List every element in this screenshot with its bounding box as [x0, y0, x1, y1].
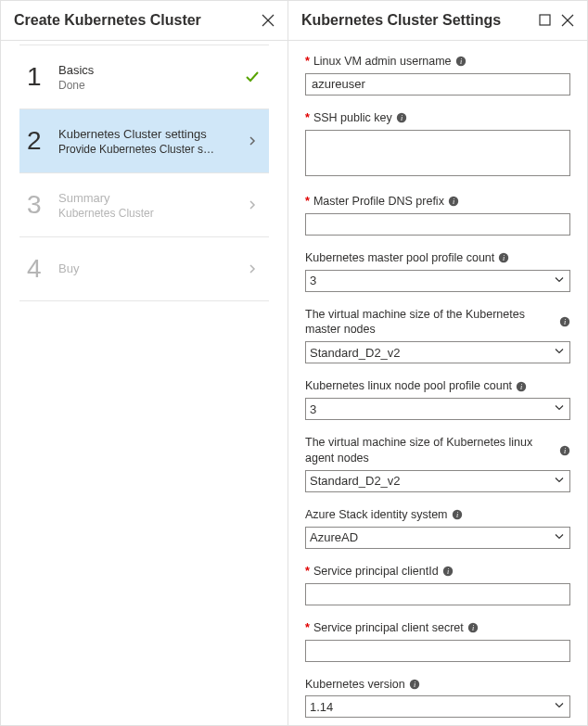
step-subtitle: Kubernetes Cluster [58, 207, 216, 220]
svg-text:i: i [564, 447, 566, 455]
label-text: The virtual machine size of the Kubernet… [305, 307, 556, 338]
info-icon[interactable]: i [452, 509, 463, 520]
left-panel: Create Kubernetes Cluster 1 Basics Done … [1, 1, 288, 725]
svg-text:i: i [414, 681, 415, 689]
svg-text:i: i [401, 114, 403, 122]
step-cluster-settings[interactable]: 2 Kubernetes Cluster settings Provide Ku… [19, 109, 269, 173]
identity-select[interactable]: AzureAD [305, 527, 570, 549]
master-count-select[interactable]: 3 [305, 270, 570, 292]
field-label: The virtual machine size of the Kubernet… [305, 307, 570, 338]
step-basics[interactable]: 1 Basics Done [19, 45, 269, 109]
step-number: 4 [27, 254, 53, 284]
k8s-version-select[interactable]: 1.14 [305, 695, 570, 718]
field-label: * Service principal clientId i [305, 564, 570, 580]
left-panel-header: Create Kubernetes Cluster [1, 1, 288, 41]
label-text: Kubernetes version [305, 677, 405, 693]
field-sp-secret: * Service principal client secret i [305, 620, 570, 662]
step-title: Summary [58, 191, 243, 205]
field-dns-prefix: * Master Profile DNS prefix i [305, 194, 570, 236]
info-icon[interactable]: i [396, 112, 407, 123]
required-indicator: * [305, 194, 310, 210]
node-count-select[interactable]: 3 [305, 398, 570, 420]
step-title: Buy [58, 261, 243, 275]
step-buy[interactable]: 4 Buy [19, 237, 269, 301]
field-node-count: Kubernetes linux node pool profile count… [305, 378, 570, 420]
right-panel-header: Kubernetes Cluster Settings [288, 1, 587, 41]
field-label: Kubernetes version i [305, 677, 570, 693]
field-master-vm-size: The virtual machine size of the Kubernet… [305, 307, 570, 364]
close-icon[interactable] [262, 14, 275, 27]
wizard-container: Create Kubernetes Cluster 1 Basics Done … [0, 0, 588, 726]
label-text: Service principal client secret [313, 620, 464, 636]
info-icon[interactable]: i [409, 679, 420, 690]
step-text: Kubernetes Cluster settings Provide Kube… [53, 127, 243, 156]
ssh-key-input[interactable] [305, 130, 570, 176]
step-title: Basics [58, 63, 243, 77]
info-icon[interactable]: i [559, 316, 570, 327]
field-agent-vm-size: The virtual machine size of Kubernetes l… [305, 435, 570, 492]
info-icon[interactable]: i [467, 622, 479, 633]
label-text: Service principal clientId [313, 564, 439, 580]
sp-client-id-input[interactable] [305, 583, 570, 605]
field-ssh-key: * SSH public key i [305, 110, 570, 179]
field-label: * Service principal client secret i [305, 620, 570, 636]
pin-icon[interactable] [539, 14, 552, 27]
svg-text:i: i [453, 197, 454, 206]
close-icon[interactable] [561, 14, 574, 27]
info-icon[interactable]: i [498, 252, 509, 263]
field-label: Kubernetes linux node pool profile count… [305, 378, 570, 394]
field-master-count: Kubernetes master pool profile count i 3 [305, 250, 570, 292]
step-subtitle: Provide Kubernetes Cluster settin… [58, 143, 216, 156]
settings-form: * Linux VM admin username i * SSH public… [288, 41, 587, 725]
checkmark-icon [243, 70, 262, 84]
field-label: Azure Stack identity system i [305, 507, 570, 523]
master-vm-size-select[interactable]: Standard_D2_v2 [305, 341, 570, 363]
svg-text:i: i [459, 57, 461, 66]
steps-list: 1 Basics Done 2 Kubernetes Cluster setti… [1, 41, 288, 301]
label-text: Azure Stack identity system [305, 507, 448, 523]
field-label: * SSH public key i [305, 110, 570, 126]
svg-text:i: i [447, 567, 449, 576]
field-k8s-version: Kubernetes version i 1.14 [305, 677, 570, 719]
chevron-right-icon [243, 135, 262, 146]
dns-prefix-input[interactable] [305, 213, 570, 236]
right-panel: Kubernetes Cluster Settings * Linux VM a… [288, 1, 587, 725]
svg-text:i: i [520, 383, 522, 391]
label-text: The virtual machine size of Kubernetes l… [305, 435, 556, 466]
label-text: Master Profile DNS prefix [313, 194, 444, 210]
header-icons [539, 14, 574, 27]
svg-rect-2 [540, 15, 550, 25]
step-number: 2 [27, 126, 53, 156]
label-text: Linux VM admin username [313, 54, 452, 70]
step-summary[interactable]: 3 Summary Kubernetes Cluster [19, 173, 269, 237]
required-indicator: * [305, 54, 310, 70]
label-text: Kubernetes linux node pool profile count [305, 378, 512, 394]
info-icon[interactable]: i [455, 56, 467, 67]
info-icon[interactable]: i [516, 381, 527, 392]
svg-text:i: i [503, 254, 505, 262]
svg-text:i: i [455, 511, 457, 519]
svg-text:i: i [472, 624, 474, 632]
field-label: The virtual machine size of Kubernetes l… [305, 435, 570, 466]
svg-text:i: i [564, 318, 566, 326]
info-icon[interactable]: i [559, 445, 570, 456]
label-text: SSH public key [313, 110, 392, 126]
agent-vm-size-select[interactable]: Standard_D2_v2 [305, 470, 570, 492]
admin-username-input[interactable] [305, 73, 570, 96]
label-text: Kubernetes master pool profile count [305, 250, 494, 266]
field-label: Kubernetes master pool profile count i [305, 250, 570, 266]
info-icon[interactable]: i [448, 196, 459, 207]
required-indicator: * [305, 110, 310, 126]
info-icon[interactable]: i [442, 566, 454, 577]
sp-secret-input[interactable] [305, 640, 570, 662]
required-indicator: * [305, 564, 310, 580]
required-indicator: * [305, 620, 310, 636]
field-sp-client-id: * Service principal clientId i [305, 564, 570, 605]
panel-title: Kubernetes Cluster Settings [301, 12, 501, 29]
step-subtitle: Done [58, 79, 216, 92]
panel-title: Create Kubernetes Cluster [14, 12, 201, 29]
chevron-right-icon [243, 199, 262, 210]
field-identity-system: Azure Stack identity system i AzureAD [305, 507, 570, 549]
step-number: 1 [27, 62, 53, 92]
field-label: * Master Profile DNS prefix i [305, 194, 570, 210]
